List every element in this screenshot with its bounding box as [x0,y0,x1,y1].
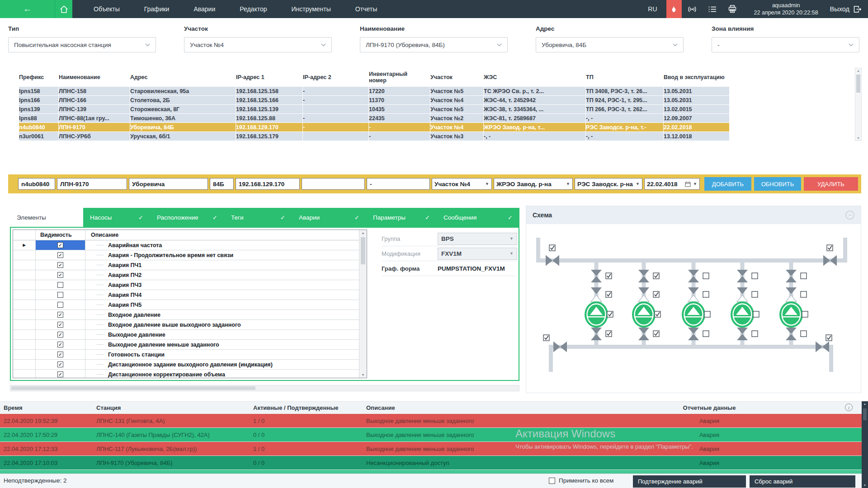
schema-checkbox[interactable] [607,311,613,317]
visibility-cell[interactable]: ✓ [36,330,85,339]
list-item[interactable]: ✓Дистанционное корректирование объема [13,370,367,378]
list-item[interactable]: ✓Авария ПЧ2 [13,270,367,280]
list-item[interactable]: ✓Авария ПЧ1 [13,260,367,270]
schema-checkbox[interactable] [753,311,759,317]
schema-checkbox[interactable] [653,291,659,297]
zhes-select[interactable]: ЖРЭО Завод. р-на▼ [494,178,573,190]
schema-checkbox[interactable] [543,335,549,341]
visibility-cell[interactable]: ✓ [36,370,85,378]
schema-checkbox[interactable] [752,291,758,297]
tab-5[interactable]: Аварии✓ [292,208,366,227]
alarm-row[interactable]: 22.04.2020 17:12:33ЛПНС-117 (Лукьяновича… [0,442,862,456]
schema-checkbox[interactable] [653,273,659,279]
menu-item-2[interactable]: Графики [132,0,182,18]
alarm-row[interactable]: 22.04.2020 17:10:03ЛПН-9170 (Уборевича, … [0,456,862,470]
visibility-cell[interactable]: ✓ [36,250,85,260]
schema-checkbox[interactable] [655,311,660,317]
elements-hscrollbar[interactable] [10,385,519,391]
schema-checkbox[interactable] [703,331,709,337]
alarm-row[interactable]: 22.04.2020 19:52:39ЛПНС-131 (Гинтовта, 4… [0,414,862,428]
visibility-cell[interactable]: ✓ [36,270,85,280]
tab-4[interactable]: Теги✓ [224,208,292,227]
home-button[interactable] [55,0,72,18]
list-item[interactable]: ✓Дистанционное задание выходного давлени… [13,360,367,370]
menu-item-1[interactable]: Объекты [81,0,132,18]
table-row[interactable]: n4ub0840ЛПН-9170Уборевича, 84Б192.168.12… [19,123,730,131]
alarms-flame-button[interactable] [666,0,682,18]
schema-checkbox[interactable] [606,291,612,297]
filter-select[interactable]: Уборевича, 84Б [536,37,684,52]
list-item[interactable]: Авария ПЧ3 [13,280,367,290]
update-button[interactable]: ОБНОВИТЬ [754,177,801,191]
scrollbar-thumb[interactable] [863,408,867,420]
list-item[interactable]: ✓Входное давление [13,310,367,320]
delete-button[interactable]: УДАЛИТЬ [804,177,858,191]
reset-alarms-button[interactable]: Сброс аварий [750,475,855,488]
tab-2[interactable]: Насосы✓ [83,208,150,227]
house-field[interactable] [210,178,234,190]
schema-checkbox[interactable] [827,245,833,251]
list-item[interactable]: ✓Входное давление выше выходного заданно… [13,320,367,330]
name-field[interactable] [57,178,127,190]
schema-checkbox[interactable] [606,331,612,337]
alarms-scrollbar[interactable]: ▲▼ [862,401,868,488]
schema-checkbox[interactable] [752,273,758,279]
confirm-alarms-button[interactable]: Подтверждение аварий [633,475,746,488]
schema-checkbox[interactable] [703,273,709,279]
filter-select[interactable]: Повысительная насосная станция [8,37,156,52]
table-row[interactable]: lpns88ЛПНС-88(1ая гру...Тимошенко, 36А19… [19,114,730,122]
area-select[interactable]: Участок №4▼ [432,178,492,190]
schema-checkbox[interactable] [826,335,832,341]
list-item[interactable]: ✓Авария - Продолжительное время нет связ… [13,250,367,260]
list-item[interactable]: Авария ПЧ4 [13,290,367,300]
ip1-field[interactable] [236,178,300,190]
list-item[interactable]: ✓Выходное давление меньше заданного [13,340,367,350]
stations-scrollbar[interactable]: ▲▼ [855,68,862,141]
schema-checkbox[interactable] [653,331,659,337]
tp-select[interactable]: РЭС Заводск. р-на▼ [575,178,642,190]
info-icon[interactable]: i [845,404,853,411]
visibility-cell[interactable]: ✓ [36,340,85,349]
table-row[interactable]: lpns166ЛПНС-166Столетова, 2Б192.168.125.… [19,96,730,104]
visibility-cell[interactable]: ✓ [36,320,85,329]
filter-select[interactable]: Участок №4 [184,37,332,52]
schema-checkbox[interactable] [801,273,807,279]
date-field[interactable]: 22.02.4018 ▼ [644,178,700,190]
print-button[interactable] [722,0,742,18]
schema-checkbox[interactable] [801,291,807,297]
list-item[interactable]: ✓Выходное давление [13,330,367,340]
menu-item-4[interactable]: Редактор [227,0,279,18]
back-button[interactable]: ← [0,0,55,18]
add-button[interactable]: ДОБАВИТЬ [704,177,751,191]
menu-item-5[interactable]: Инструменты [279,0,343,18]
scrollbar-thumb[interactable] [856,75,860,93]
schema-checkbox[interactable] [606,273,612,279]
logout-button[interactable]: Выход [830,5,868,13]
table-row[interactable]: lpns158ЛПНС-158Старовиленская, 95а192.16… [19,87,730,95]
filter-select[interactable]: - [712,37,859,52]
tab-6[interactable]: Параметры✓ [366,208,437,227]
visibility-cell[interactable] [36,290,85,300]
visibility-cell[interactable]: ✓ [36,240,85,250]
schema-checkbox[interactable] [801,331,807,337]
schema-checkbox[interactable] [752,331,758,337]
visibility-cell[interactable]: ✓ [36,350,85,359]
visibility-cell[interactable]: ✓ [36,310,85,319]
visibility-cell[interactable]: ✓ [36,360,85,369]
inventory-field[interactable] [367,178,430,190]
elements-grid-scrollbar[interactable]: ▲▼ [359,230,367,378]
visibility-cell[interactable] [36,280,85,290]
filter-select[interactable]: ЛПН-9170 (Уборевича, 84Б) [360,37,508,52]
modification-select[interactable]: FXV1M▼ [438,248,517,260]
scrollbar-thumb[interactable] [361,237,365,264]
visibility-cell[interactable]: ✓ [36,260,85,270]
broadcast-button[interactable] [682,0,703,18]
table-row[interactable]: lpns139ЛПНС-139Сторожевская, 8Г192.168.1… [19,105,730,113]
menu-item-6[interactable]: Отчеты [343,0,389,18]
tab-1[interactable]: Элементы [10,208,83,227]
collapse-icon[interactable]: − [845,211,854,220]
tab-7[interactable]: Сообщения✓ [437,208,519,227]
schema-checkbox[interactable] [549,245,555,251]
schema-checkbox[interactable] [704,311,710,317]
schema-checkbox[interactable] [703,291,709,297]
